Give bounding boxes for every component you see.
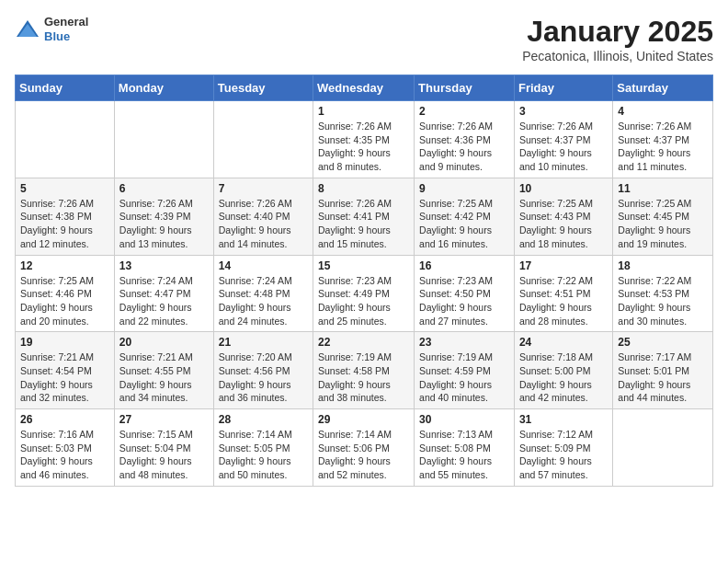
calendar-day-header: Sunday bbox=[16, 75, 115, 101]
calendar-week-row: 12Sunrise: 7:25 AM Sunset: 4:46 PM Dayli… bbox=[16, 255, 713, 332]
day-info: Sunrise: 7:26 AM Sunset: 4:38 PM Dayligh… bbox=[20, 197, 109, 251]
day-info: Sunrise: 7:26 AM Sunset: 4:41 PM Dayligh… bbox=[318, 197, 409, 251]
calendar-header-row: SundayMondayTuesdayWednesdayThursdayFrid… bbox=[16, 75, 713, 101]
calendar-week-row: 26Sunrise: 7:16 AM Sunset: 5:03 PM Dayli… bbox=[16, 409, 713, 487]
calendar-day-cell: 21Sunrise: 7:20 AM Sunset: 4:56 PM Dayli… bbox=[213, 332, 313, 409]
calendar-day-header: Monday bbox=[114, 75, 213, 101]
day-info: Sunrise: 7:26 AM Sunset: 4:36 PM Dayligh… bbox=[419, 120, 509, 174]
calendar-day-header: Wednesday bbox=[313, 75, 415, 101]
calendar-day-cell: 3Sunrise: 7:26 AM Sunset: 4:37 PM Daylig… bbox=[514, 101, 612, 178]
calendar-day-cell bbox=[16, 101, 115, 178]
calendar-day-cell: 6Sunrise: 7:26 AM Sunset: 4:39 PM Daylig… bbox=[114, 178, 213, 255]
calendar-day-cell: 2Sunrise: 7:26 AM Sunset: 4:36 PM Daylig… bbox=[415, 101, 515, 178]
calendar-day-cell: 19Sunrise: 7:21 AM Sunset: 4:54 PM Dayli… bbox=[16, 332, 115, 409]
calendar-day-cell: 30Sunrise: 7:13 AM Sunset: 5:08 PM Dayli… bbox=[415, 409, 515, 487]
calendar-day-cell: 10Sunrise: 7:25 AM Sunset: 4:43 PM Dayli… bbox=[514, 178, 612, 255]
calendar-day-header: Saturday bbox=[613, 75, 713, 101]
calendar-day-cell: 5Sunrise: 7:26 AM Sunset: 4:38 PM Daylig… bbox=[16, 178, 115, 255]
logo-general: General bbox=[44, 15, 88, 29]
day-number: 2 bbox=[419, 105, 509, 118]
day-number: 8 bbox=[318, 182, 409, 195]
calendar-day-cell: 15Sunrise: 7:23 AM Sunset: 4:49 PM Dayli… bbox=[313, 255, 415, 332]
day-info: Sunrise: 7:25 AM Sunset: 4:45 PM Dayligh… bbox=[618, 197, 708, 251]
day-info: Sunrise: 7:22 AM Sunset: 4:51 PM Dayligh… bbox=[519, 274, 608, 328]
calendar-day-cell: 23Sunrise: 7:19 AM Sunset: 4:59 PM Dayli… bbox=[415, 332, 515, 409]
day-number: 9 bbox=[419, 182, 509, 195]
day-number: 6 bbox=[119, 182, 209, 195]
day-info: Sunrise: 7:25 AM Sunset: 4:46 PM Dayligh… bbox=[20, 274, 109, 328]
calendar-day-cell: 9Sunrise: 7:25 AM Sunset: 4:42 PM Daylig… bbox=[415, 178, 515, 255]
day-number: 7 bbox=[219, 182, 308, 195]
day-info: Sunrise: 7:20 AM Sunset: 4:56 PM Dayligh… bbox=[219, 350, 308, 405]
day-number: 21 bbox=[219, 336, 308, 349]
day-info: Sunrise: 7:14 AM Sunset: 5:06 PM Dayligh… bbox=[318, 428, 409, 482]
calendar-day-cell: 7Sunrise: 7:26 AM Sunset: 4:40 PM Daylig… bbox=[213, 178, 313, 255]
calendar-day-cell: 12Sunrise: 7:25 AM Sunset: 4:46 PM Dayli… bbox=[16, 255, 115, 332]
day-info: Sunrise: 7:26 AM Sunset: 4:40 PM Dayligh… bbox=[219, 197, 308, 251]
day-info: Sunrise: 7:14 AM Sunset: 5:05 PM Dayligh… bbox=[219, 428, 308, 482]
calendar-day-cell: 27Sunrise: 7:15 AM Sunset: 5:04 PM Dayli… bbox=[114, 409, 213, 487]
calendar-week-row: 1Sunrise: 7:26 AM Sunset: 4:35 PM Daylig… bbox=[16, 101, 713, 178]
day-number: 12 bbox=[20, 259, 109, 272]
logo-text: General Blue bbox=[44, 15, 88, 43]
day-info: Sunrise: 7:19 AM Sunset: 4:58 PM Dayligh… bbox=[318, 350, 409, 405]
calendar-day-cell bbox=[114, 101, 213, 178]
calendar-day-cell: 25Sunrise: 7:17 AM Sunset: 5:01 PM Dayli… bbox=[613, 332, 713, 409]
title-block: January 2025 Pecatonica, Illinois, Unite… bbox=[522, 15, 713, 63]
day-number: 13 bbox=[119, 259, 209, 272]
day-info: Sunrise: 7:26 AM Sunset: 4:37 PM Dayligh… bbox=[618, 120, 708, 174]
calendar-day-cell: 22Sunrise: 7:19 AM Sunset: 4:58 PM Dayli… bbox=[313, 332, 415, 409]
day-number: 3 bbox=[519, 105, 608, 118]
calendar-day-cell: 4Sunrise: 7:26 AM Sunset: 4:37 PM Daylig… bbox=[613, 101, 713, 178]
day-info: Sunrise: 7:19 AM Sunset: 4:59 PM Dayligh… bbox=[419, 350, 509, 405]
day-number: 22 bbox=[318, 336, 409, 349]
day-number: 14 bbox=[219, 259, 308, 272]
day-info: Sunrise: 7:17 AM Sunset: 5:01 PM Dayligh… bbox=[618, 350, 708, 405]
calendar-day-cell: 20Sunrise: 7:21 AM Sunset: 4:55 PM Dayli… bbox=[114, 332, 213, 409]
calendar-day-cell: 24Sunrise: 7:18 AM Sunset: 5:00 PM Dayli… bbox=[514, 332, 612, 409]
calendar-day-cell: 28Sunrise: 7:14 AM Sunset: 5:05 PM Dayli… bbox=[213, 409, 313, 487]
calendar-day-header: Tuesday bbox=[213, 75, 313, 101]
calendar-day-cell: 8Sunrise: 7:26 AM Sunset: 4:41 PM Daylig… bbox=[313, 178, 415, 255]
logo: General Blue bbox=[15, 15, 88, 43]
calendar-day-cell: 26Sunrise: 7:16 AM Sunset: 5:03 PM Dayli… bbox=[16, 409, 115, 487]
day-info: Sunrise: 7:21 AM Sunset: 4:54 PM Dayligh… bbox=[20, 350, 109, 405]
day-info: Sunrise: 7:15 AM Sunset: 5:04 PM Dayligh… bbox=[119, 428, 209, 482]
calendar-day-cell: 18Sunrise: 7:22 AM Sunset: 4:53 PM Dayli… bbox=[613, 255, 713, 332]
calendar-day-cell: 11Sunrise: 7:25 AM Sunset: 4:45 PM Dayli… bbox=[613, 178, 713, 255]
day-number: 28 bbox=[219, 413, 308, 426]
day-number: 11 bbox=[618, 182, 708, 195]
calendar-day-cell bbox=[613, 409, 713, 487]
day-number: 20 bbox=[119, 336, 209, 349]
day-number: 24 bbox=[519, 336, 608, 349]
day-number: 29 bbox=[318, 413, 409, 426]
day-info: Sunrise: 7:26 AM Sunset: 4:37 PM Dayligh… bbox=[519, 120, 608, 174]
day-info: Sunrise: 7:13 AM Sunset: 5:08 PM Dayligh… bbox=[419, 428, 509, 482]
calendar-week-row: 19Sunrise: 7:21 AM Sunset: 4:54 PM Dayli… bbox=[16, 332, 713, 409]
day-number: 30 bbox=[419, 413, 509, 426]
day-info: Sunrise: 7:24 AM Sunset: 4:48 PM Dayligh… bbox=[219, 274, 308, 328]
day-number: 18 bbox=[618, 259, 708, 272]
page-subtitle: Pecatonica, Illinois, United States bbox=[522, 49, 713, 63]
day-number: 16 bbox=[419, 259, 509, 272]
page-title: January 2025 bbox=[522, 15, 713, 49]
day-info: Sunrise: 7:18 AM Sunset: 5:00 PM Dayligh… bbox=[519, 350, 608, 405]
day-number: 4 bbox=[618, 105, 708, 118]
calendar-day-cell: 17Sunrise: 7:22 AM Sunset: 4:51 PM Dayli… bbox=[514, 255, 612, 332]
day-info: Sunrise: 7:16 AM Sunset: 5:03 PM Dayligh… bbox=[20, 428, 109, 482]
calendar-day-header: Thursday bbox=[415, 75, 515, 101]
page-header: General Blue January 2025 Pecatonica, Il… bbox=[15, 15, 713, 63]
calendar-day-cell: 16Sunrise: 7:23 AM Sunset: 4:50 PM Dayli… bbox=[415, 255, 515, 332]
day-number: 19 bbox=[20, 336, 109, 349]
day-info: Sunrise: 7:23 AM Sunset: 4:49 PM Dayligh… bbox=[318, 274, 409, 328]
logo-icon bbox=[15, 17, 40, 42]
day-info: Sunrise: 7:26 AM Sunset: 4:39 PM Dayligh… bbox=[119, 197, 209, 251]
calendar-day-cell: 14Sunrise: 7:24 AM Sunset: 4:48 PM Dayli… bbox=[213, 255, 313, 332]
day-info: Sunrise: 7:12 AM Sunset: 5:09 PM Dayligh… bbox=[519, 428, 608, 482]
day-number: 23 bbox=[419, 336, 509, 349]
day-number: 1 bbox=[318, 105, 409, 118]
calendar-day-cell bbox=[213, 101, 313, 178]
day-number: 5 bbox=[20, 182, 109, 195]
day-info: Sunrise: 7:21 AM Sunset: 4:55 PM Dayligh… bbox=[119, 350, 209, 405]
day-number: 31 bbox=[519, 413, 608, 426]
